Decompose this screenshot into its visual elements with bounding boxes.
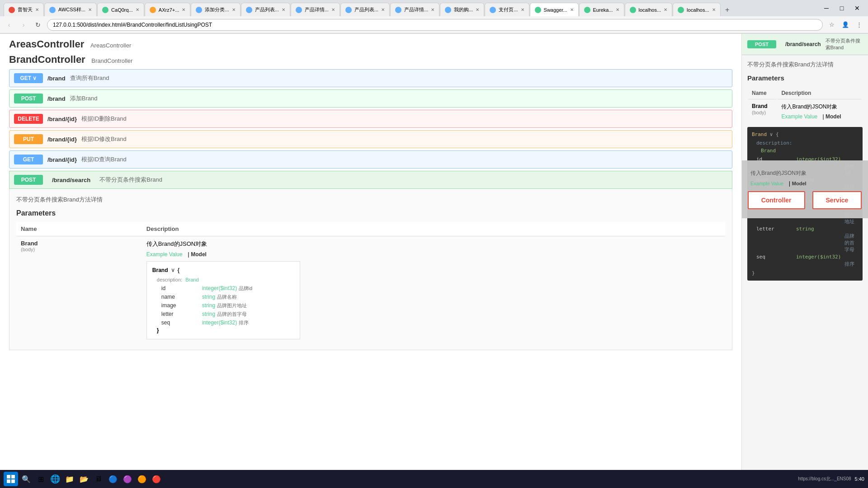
tab-close-8[interactable]: ✕	[381, 7, 385, 12]
detail-params-title: Parameters	[747, 74, 863, 82]
endpoint-put-brand[interactable]: PUT /brand/{id} 根据ID修改Brand	[9, 130, 732, 148]
tab-favicon-13	[584, 7, 590, 13]
tab-title-3: CaQ0rq...	[111, 7, 133, 13]
model-brace-open: {	[178, 267, 180, 273]
tab-close-13[interactable]: ✕	[616, 7, 619, 12]
tab-close-14[interactable]: ✕	[664, 7, 667, 12]
tab-12[interactable]: Swagger... ✕	[530, 3, 579, 16]
controller-button[interactable]: Controller	[748, 191, 805, 209]
clock: 5:40	[855, 476, 864, 482]
dark-field-seq: seq	[756, 254, 793, 260]
tab-8[interactable]: 产品列表... ✕	[340, 3, 390, 16]
expanded-post-search-desc: 不带分页条件搜索Brand方法详情	[16, 196, 725, 204]
detail-path: /brand/search	[785, 41, 821, 47]
tab-6[interactable]: 产品列表... ✕	[241, 3, 290, 16]
close-button[interactable]: ✕	[850, 2, 864, 14]
back-button[interactable]: ‹	[4, 19, 14, 30]
endpoint-post-brand[interactable]: POST /brand 添加Brand	[9, 89, 732, 108]
taskbar: 🔍 ⊞ 🌐 📁 📂 🖥 🔵 🟣 🟠 🔴 https://blog.cs北..._…	[0, 470, 868, 488]
overlay-model-link[interactable]: Model	[792, 181, 807, 186]
model-chevron-icon: ∨	[171, 267, 175, 273]
chrome-taskbar-icon[interactable]: 🌐	[49, 473, 61, 485]
detail-example-value-link[interactable]: Example Value	[781, 113, 817, 120]
tab-close-12[interactable]: ✕	[570, 7, 574, 12]
tab-close-9[interactable]: ✕	[431, 7, 434, 12]
tab-5[interactable]: 添加分类... ✕	[191, 3, 240, 16]
tab-10[interactable]: 我的购... ✕	[440, 3, 484, 16]
areas-controller-subtitle: AreasController	[90, 42, 131, 49]
tab-favicon-9	[395, 7, 401, 13]
new-tab-button[interactable]: +	[721, 4, 734, 16]
tab-close-3[interactable]: ✕	[136, 7, 139, 12]
tab-favicon-12	[535, 7, 541, 13]
tab-15[interactable]: localhos... ✕	[673, 3, 721, 16]
reload-button[interactable]: ↻	[33, 19, 43, 30]
overlay-example-value-link[interactable]: Example Value	[750, 181, 783, 186]
tab-title-1: 普智天	[18, 6, 33, 13]
areas-controller-section: AreasController AreasController	[9, 38, 732, 50]
tab-title-5: 添加分类...	[205, 6, 229, 13]
endpoint-delete-brand[interactable]: DELETE /brand/{id} 根据ID删除Brand	[9, 110, 732, 128]
tab-title-2: AWCSS样...	[58, 6, 85, 13]
tab-title-8: 产品列表...	[354, 6, 378, 13]
detail-panel-header: POST /brand/search 不带分页条件搜索Brand	[742, 34, 868, 55]
menu-button[interactable]: ⋮	[854, 19, 864, 30]
app4-icon[interactable]: 🔴	[150, 473, 163, 485]
search-taskbar-icon[interactable]: 🔍	[20, 473, 33, 485]
tab-close-10[interactable]: ✕	[476, 7, 479, 12]
method-badge-get-brand: GET ∨	[14, 73, 43, 83]
taskbar-right: https://blog.cs北..._ENS08 5:40	[798, 476, 864, 482]
endpoint-get-brand-id[interactable]: GET /brand/{id} 根据ID查询Brand	[9, 150, 732, 169]
taskview-icon[interactable]: ⊞	[34, 473, 47, 485]
tab-1[interactable]: 普智天 ✕	[4, 3, 44, 16]
tab-9[interactable]: 产品详情... ✕	[390, 3, 439, 16]
bookmark-button[interactable]: ☆	[826, 19, 837, 30]
tab-close-11[interactable]: ✕	[521, 7, 524, 12]
tab-favicon-11	[490, 7, 496, 13]
service-button[interactable]: Service	[812, 191, 862, 209]
tab-13[interactable]: Eureka... ✕	[579, 3, 624, 16]
maximize-button[interactable]: □	[835, 2, 849, 14]
path-put-brand: /brand/{id}	[47, 136, 77, 143]
minimize-button[interactable]: ─	[819, 2, 834, 14]
account-button[interactable]: 👤	[840, 19, 851, 30]
forward-button[interactable]: ›	[18, 19, 29, 30]
tab-title-7: 产品详情...	[305, 6, 329, 13]
tab-close-15[interactable]: ✕	[712, 7, 716, 12]
path-post-search: /brand/search	[52, 177, 90, 183]
model-link[interactable]: Model	[191, 251, 207, 258]
expanded-post-search: 不带分页条件搜索Brand方法详情 Parameters Name Descri…	[9, 189, 732, 350]
model-field-id: id integer($int32) 品牌id	[152, 284, 294, 293]
model-desc-brand-label: Brand	[185, 277, 198, 282]
start-button[interactable]	[4, 472, 18, 486]
app3-icon[interactable]: 🟠	[136, 473, 148, 485]
method-badge-get-brand-id: GET	[14, 155, 43, 164]
tab-2[interactable]: AWCSS样... ✕	[44, 3, 97, 16]
tab-7[interactable]: 产品详情... ✕	[291, 3, 340, 16]
detail-model-link[interactable]: Model	[826, 113, 841, 120]
tab-bar: 普智天 ✕ AWCSS样... ✕ CaQ0rq... ✕ AXrz7+... …	[0, 0, 868, 16]
detail-model-brace: {	[776, 131, 779, 137]
example-value-link[interactable]: Example Value	[146, 251, 183, 258]
tab-close-5[interactable]: ✕	[232, 7, 236, 12]
swagger-panel: AreasController AreasController BrandCon…	[0, 34, 741, 488]
areas-controller-title: AreasController	[9, 38, 84, 50]
tab-close-4[interactable]: ✕	[182, 7, 185, 12]
address-bar[interactable]: 127.0.0.1:500/dist/index.html#/BrandCont…	[47, 19, 823, 31]
tab-11[interactable]: 支付页... ✕	[485, 3, 529, 16]
detail-col-desc: Description	[778, 87, 862, 99]
endpoint-get-brand[interactable]: GET ∨ /brand 查询所有Brand	[9, 69, 732, 87]
tab-close-2[interactable]: ✕	[88, 7, 92, 12]
tab-close-7[interactable]: ✕	[331, 7, 335, 12]
monitor-icon[interactable]: 🖥	[92, 473, 105, 485]
folder-icon[interactable]: 📂	[78, 473, 90, 485]
app1-icon[interactable]: 🔵	[107, 473, 119, 485]
tab-close-1[interactable]: ✕	[35, 7, 39, 12]
tab-close-6[interactable]: ✕	[282, 7, 285, 12]
tab-14[interactable]: localhos... ✕	[625, 3, 673, 16]
app2-icon[interactable]: 🟣	[121, 473, 134, 485]
tab-3[interactable]: CaQ0rq... ✕	[97, 3, 144, 16]
tab-4[interactable]: AXrz7+... ✕	[145, 3, 191, 16]
file-explorer-icon[interactable]: 📁	[63, 473, 76, 485]
endpoint-post-search-header[interactable]: POST /brand/search 不带分页条件搜索Brand	[9, 171, 732, 189]
